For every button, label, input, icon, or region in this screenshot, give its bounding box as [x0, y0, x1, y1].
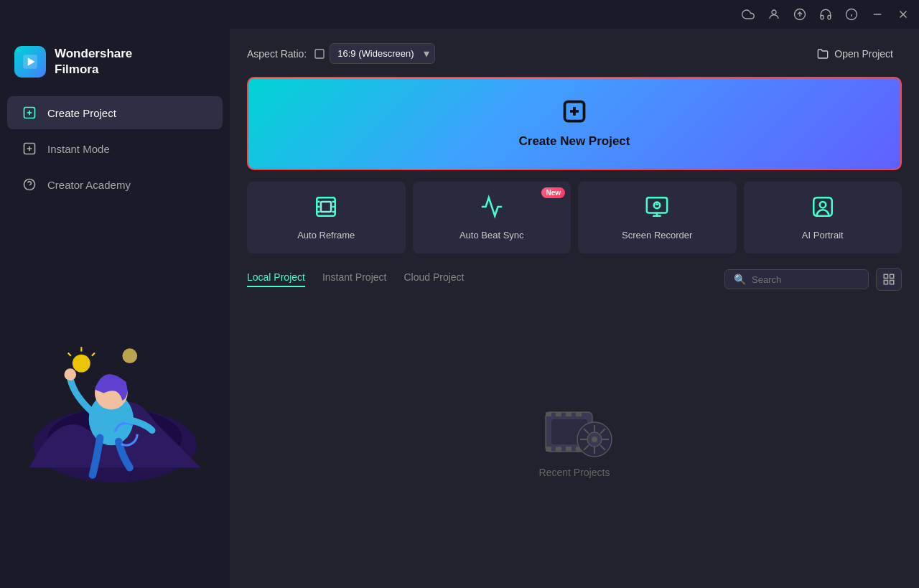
grid-view-button[interactable]: [876, 268, 902, 291]
project-tabs: Local Project Instant Project Cloud Proj…: [247, 271, 464, 287]
ai-portrait-icon: [811, 195, 835, 224]
svg-rect-48: [884, 274, 887, 278]
close-icon[interactable]: [896, 7, 910, 22]
empty-state: Recent Projects: [247, 302, 902, 574]
auto-beat-sync-label: Auto Beat Sync: [460, 230, 524, 241]
sidebar-item-creator-academy-label: Creator Academy: [47, 179, 131, 191]
svg-line-25: [92, 353, 95, 356]
auto-reframe-icon: [314, 195, 338, 224]
tab-instant-project[interactable]: Instant Project: [322, 271, 387, 287]
creator-academy-icon: [22, 177, 37, 192]
svg-rect-53: [546, 412, 551, 416]
svg-rect-54: [556, 412, 561, 416]
sidebar-item-instant-mode-label: Instant Mode: [47, 143, 110, 155]
svg-rect-34: [321, 202, 331, 212]
svg-rect-58: [556, 447, 561, 452]
empty-label: Recent Projects: [539, 467, 610, 478]
project-tabs-bar: Local Project Instant Project Cloud Proj…: [247, 268, 902, 291]
search-box[interactable]: 🔍: [724, 269, 869, 289]
search-input[interactable]: [752, 274, 859, 285]
minimize-icon[interactable]: [870, 7, 885, 22]
create-new-project-banner[interactable]: Create New Project: [247, 77, 902, 170]
svg-point-64: [592, 437, 597, 442]
aspect-ratio-select[interactable]: 16:9 (Widescreen) 4:3 1:1 9:16: [330, 43, 435, 64]
svg-point-0: [772, 10, 776, 14]
svg-rect-29: [315, 50, 324, 58]
feature-cards-grid: Auto Reframe New Auto Beat Sync Screen R…: [247, 182, 902, 253]
aspect-ratio-area: Aspect Ratio: 16:9 (Widescreen) 4:3 1:1 …: [247, 43, 435, 64]
svg-rect-57: [546, 447, 551, 452]
search-icon: 🔍: [734, 274, 746, 285]
svg-rect-49: [890, 274, 894, 278]
new-badge: New: [541, 187, 565, 198]
svg-rect-59: [566, 447, 572, 452]
search-area: 🔍: [724, 268, 902, 291]
sidebar: Wondershare Filmora Create Project Insta…: [0, 29, 230, 588]
user-icon[interactable]: [767, 7, 781, 22]
svg-point-27: [122, 349, 137, 364]
project-section: Local Project Instant Project Cloud Proj…: [247, 268, 902, 574]
auto-reframe-label: Auto Reframe: [297, 230, 355, 241]
top-bar: Aspect Ratio: 16:9 (Widescreen) 4:3 1:1 …: [247, 43, 902, 64]
ai-portrait-label: AI Portrait: [802, 230, 844, 241]
sidebar-item-create-project[interactable]: Create Project: [7, 96, 223, 129]
logo-icon: [14, 46, 46, 78]
info-icon[interactable]: [844, 7, 859, 22]
screen-recorder-icon: [645, 195, 669, 224]
svg-rect-51: [890, 281, 894, 284]
aspect-ratio-label: Aspect Ratio:: [247, 48, 307, 60]
svg-rect-55: [566, 412, 572, 416]
open-project-button[interactable]: Open Project: [808, 44, 902, 64]
empty-projects-icon: [538, 398, 610, 455]
create-banner-icon: [561, 98, 587, 130]
logo-area: Wondershare Filmora: [0, 40, 230, 95]
screen-recorder-label: Screen Recorder: [622, 230, 692, 241]
svg-rect-56: [576, 412, 582, 416]
tab-cloud-project[interactable]: Cloud Project: [403, 271, 464, 287]
feature-card-auto-reframe[interactable]: Auto Reframe: [247, 182, 406, 253]
feature-card-ai-portrait[interactable]: AI Portrait: [744, 182, 902, 253]
auto-beat-sync-icon: [480, 195, 504, 224]
headphone-icon[interactable]: [818, 7, 833, 22]
sidebar-illustration: [0, 202, 230, 577]
svg-point-23: [73, 355, 90, 373]
aspect-ratio-selector[interactable]: 16:9 (Widescreen) 4:3 1:1 9:16: [314, 43, 435, 64]
create-project-icon: [22, 105, 37, 121]
cloud-icon[interactable]: [741, 7, 755, 22]
sidebar-item-creator-academy[interactable]: Creator Academy: [7, 168, 223, 201]
logo-text: Wondershare Filmora: [55, 46, 132, 78]
upload-icon[interactable]: [793, 7, 807, 22]
svg-line-26: [68, 353, 71, 356]
title-bar: [0, 0, 919, 29]
feature-card-screen-recorder[interactable]: Screen Recorder: [578, 182, 737, 253]
sidebar-item-create-project-label: Create Project: [47, 107, 116, 119]
svg-rect-50: [884, 281, 887, 284]
feature-card-auto-beat-sync[interactable]: New Auto Beat Sync: [413, 182, 572, 253]
main-layout: Wondershare Filmora Create Project Insta…: [0, 29, 919, 588]
content-area: Aspect Ratio: 16:9 (Widescreen) 4:3 1:1 …: [230, 29, 919, 588]
create-banner-label: Create New Project: [519, 134, 630, 149]
svg-point-22: [64, 369, 76, 381]
svg-point-47: [820, 202, 826, 208]
sidebar-item-instant-mode[interactable]: Instant Mode: [7, 132, 223, 165]
tab-local-project[interactable]: Local Project: [247, 271, 305, 287]
instant-mode-icon: [22, 141, 37, 157]
open-project-label: Open Project: [834, 48, 893, 60]
